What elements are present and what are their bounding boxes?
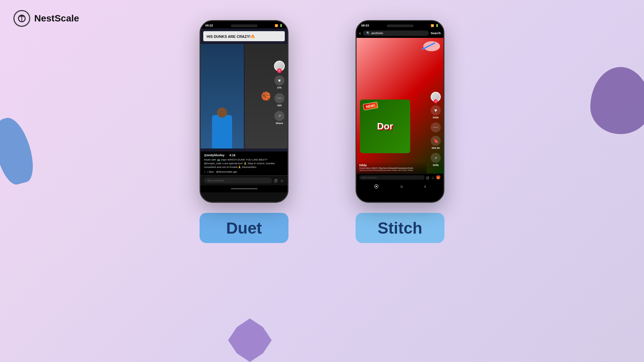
stitch-label-button[interactable]: Stitch	[356, 213, 444, 243]
home-bar	[231, 188, 258, 189]
heart-icon: ♥	[274, 75, 284, 85]
username-row: @andyldooley · 4:16	[204, 154, 284, 157]
chip-logo: Dor	[377, 121, 393, 132]
search-query: aesthetic	[371, 32, 383, 35]
android-home-btn[interactable]: ○	[400, 184, 403, 189]
like-button[interactable]: ♥ 37k	[274, 75, 284, 89]
logo-icon	[13, 10, 30, 27]
share-label: Share	[276, 122, 283, 125]
duet-comment-input[interactable]: Add comment...	[204, 178, 272, 183]
search-back-button[interactable]: ‹	[359, 31, 361, 36]
avatar-container: +	[274, 61, 285, 71]
android-menu-btn[interactable]: ⦿	[374, 184, 379, 189]
stitch-phone-notch	[387, 24, 414, 27]
emoji-icon[interactable]: ☺	[280, 178, 284, 183]
stitch-video: Dor NEW! + ♥	[357, 38, 443, 173]
duet-title-bar: HIS DUNKS ARE CRAZY!🔥	[203, 31, 285, 41]
stitch-video-info: Hilda Good idea #stitch #fyp#asm#kawaii#…	[357, 162, 427, 173]
logo-text: NestScale	[34, 13, 79, 24]
stitch-caption: Good idea #stitch #fyp#asm#kawaii#kawaii…	[359, 167, 424, 169]
duet-caption: #duet with 📺 espn WHICH DUNK YOU LIKE BE…	[204, 158, 284, 169]
person-container	[201, 44, 244, 148]
home-indicator	[201, 185, 287, 192]
new-badge: NEW!	[363, 102, 378, 111]
stitch-time: 08:53	[361, 24, 369, 27]
stitch-bookmark-count: 204.3k	[432, 146, 440, 149]
duet-label: Duet	[226, 219, 262, 237]
jump-person: 🏀	[261, 92, 271, 101]
duet-section: 09:22 📶 🔋 ‹ HIS DUNKS ARE CRAZY!🔥	[200, 20, 288, 243]
follow-badge[interactable]: +	[277, 68, 282, 73]
stitch-gift-icon[interactable]: 🎁	[436, 175, 441, 180]
stitch-status-icons: 📶 🔋	[431, 24, 439, 27]
duet-title: HIS DUNKS ARE CRAZY!🔥	[207, 35, 255, 39]
stitch-like-btn[interactable]: ♥ 342k	[431, 105, 441, 119]
back-button[interactable]: ‹	[201, 28, 209, 39]
comment-icon: ⋯	[274, 93, 284, 103]
stitch-mention-icon[interactable]: @	[426, 176, 430, 180]
chip-bag: Dor NEW!	[360, 100, 410, 153]
stitch-bookmark-btn[interactable]: 🔖 204.3k	[431, 136, 441, 149]
main-content: 09:22 📶 🔋 ‹ HIS DUNKS ARE CRAZY!🔥	[0, 0, 644, 362]
stitch-follow-badge[interactable]: +	[434, 99, 438, 103]
duet-comment-bar: Add comment... @ ☺	[201, 175, 287, 185]
share-icon: ↗	[274, 111, 284, 121]
person-body	[212, 115, 232, 148]
duet-left-video	[201, 44, 244, 148]
stitch-share-icon: ↗	[431, 153, 441, 163]
duet-label-button[interactable]: Duet	[200, 213, 288, 243]
stitch-credit: #fyp#asm#Aka#Kaii#kawaiiaesthetic Made w…	[359, 169, 424, 171]
stitch-comment-bar: Add comment... @ ☺ 🎁	[357, 173, 443, 181]
hand-element	[415, 40, 442, 56]
share-button[interactable]: ↗ Share	[274, 111, 284, 125]
android-back-btn[interactable]: ‹	[424, 184, 426, 189]
stitch-signal: 📶	[431, 24, 434, 27]
duet-status-icons: 📶 🔋	[275, 24, 283, 27]
separator: ·	[226, 154, 227, 157]
comment-button[interactable]: ⋯ 420	[274, 93, 284, 107]
search-bar-row: ‹ 🔍 aesthetic Search	[357, 28, 443, 38]
stitch-comment-icon: ⋯	[431, 122, 441, 132]
comment-count: 420	[277, 104, 281, 107]
stitch-comment-btn[interactable]: ⋯	[431, 122, 441, 132]
video-duration: 4:16	[229, 154, 235, 157]
signal-icon: 📶	[275, 24, 278, 27]
battery-icon: 🔋	[279, 24, 283, 27]
logo: NestScale	[13, 10, 79, 27]
duet-video-area: HIS DUNKS ARE CRAZY!🔥	[201, 28, 287, 152]
stitch-phone: 08:53 📶 🔋 ‹ 🔍 aesthetic Search	[356, 20, 444, 203]
phone-notch	[231, 24, 258, 27]
music-text: ♪ dise - @favsoundds gar	[207, 170, 237, 173]
music-row: ♪ ♪ dise - @favsoundds gar	[204, 170, 284, 173]
stitch-emoji-icon[interactable]: ☺	[431, 176, 435, 180]
stitch-avatar-container: +	[431, 92, 441, 102]
stitch-like-count: 342k	[433, 116, 439, 119]
duet-phone: 09:22 📶 🔋 ‹ HIS DUNKS ARE CRAZY!🔥	[200, 20, 288, 203]
duet-video-info: @andyldooley · 4:16 #duet with 📺 espn WH…	[201, 152, 287, 176]
stitch-comment-input[interactable]: Add comment...	[359, 175, 425, 180]
bookmark-icon: 🔖	[431, 136, 441, 146]
mention-icon[interactable]: @	[274, 178, 278, 183]
search-button[interactable]: Search	[431, 32, 441, 35]
stitch-share-btn[interactable]: ↗ 329k	[431, 153, 441, 167]
android-nav: ⦿ ○ ‹	[357, 181, 443, 191]
svg-point-1	[423, 41, 440, 51]
duet-time: 09:22	[205, 24, 213, 27]
duet-screen: ‹ HIS DUNKS ARE CRAZY!🔥	[201, 28, 287, 192]
stitch-share-count: 329k	[433, 164, 439, 167]
search-icon: 🔍	[366, 32, 370, 35]
person-head	[217, 108, 227, 118]
music-icon: ♪	[204, 170, 205, 173]
search-box[interactable]: 🔍 aesthetic	[363, 31, 429, 36]
stitch-username: Hilda	[359, 164, 424, 167]
duet-side-actions: + ♥ 37k ⋯ 420 ↗ Share	[274, 61, 285, 125]
stitch-side-actions: + ♥ 342k ⋯ 🔖 204.3k ↗ 329k	[431, 92, 441, 167]
stitch-section: 08:53 📶 🔋 ‹ 🔍 aesthetic Search	[356, 20, 444, 243]
stitch-heart-icon: ♥	[431, 105, 441, 115]
stitch-battery: 🔋	[435, 24, 439, 27]
duet-username: @andyldooley	[204, 154, 224, 157]
stitch-label: Stitch	[378, 219, 422, 237]
like-count: 37k	[277, 86, 281, 89]
